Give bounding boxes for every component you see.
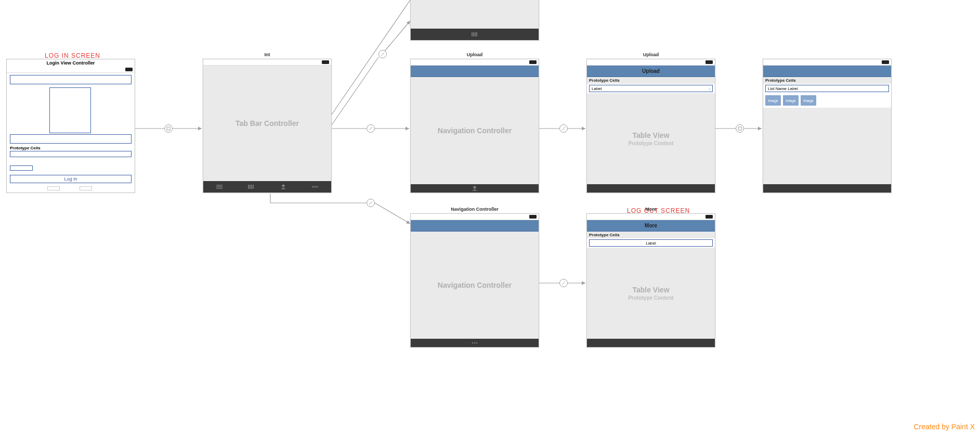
svg-point-1 bbox=[315, 186, 316, 187]
scene-title: Navigation Controller bbox=[411, 207, 539, 212]
body-sublabel: Prototype Content bbox=[628, 140, 673, 146]
image-chip: Image bbox=[783, 95, 799, 106]
scene-tabbar[interactable]: Int Tab Bar Controller bbox=[203, 59, 332, 193]
scene-login[interactable]: Login View Controller Prototype Cells Lo… bbox=[6, 59, 135, 193]
battery-icon bbox=[529, 215, 537, 219]
login-image-placeholder bbox=[10, 75, 132, 84]
image-chip-row: Image Image Image bbox=[763, 93, 891, 108]
login-button[interactable]: Log In bbox=[10, 175, 132, 183]
tab-mylist[interactable] bbox=[215, 183, 224, 190]
segue-badge[interactable] bbox=[367, 199, 375, 207]
battery-icon bbox=[705, 60, 713, 64]
segue-badge[interactable] bbox=[367, 124, 375, 133]
svg-line-12 bbox=[375, 203, 410, 224]
login-prototype-cell bbox=[10, 151, 132, 157]
segue-badge[interactable] bbox=[378, 50, 387, 58]
scene-nav-more[interactable]: Navigation Controller Navigation Control… bbox=[410, 213, 539, 348]
prototype-cells-label: Prototype Cells bbox=[587, 77, 715, 84]
svg-point-5 bbox=[476, 342, 477, 343]
login-footer-box-1 bbox=[47, 186, 60, 190]
scene-title: Login View Controller bbox=[7, 59, 135, 67]
tab-more[interactable] bbox=[310, 183, 320, 190]
more-icon bbox=[471, 341, 478, 344]
battery-icon bbox=[529, 60, 537, 64]
body-label: Navigation Controller bbox=[438, 281, 512, 289]
tab-bar bbox=[411, 29, 539, 40]
prototype-cell[interactable]: Label bbox=[589, 239, 713, 247]
segue-badge[interactable] bbox=[559, 279, 568, 287]
svg-rect-7 bbox=[738, 127, 741, 130]
navigation-bar bbox=[411, 66, 539, 77]
nav-title: More bbox=[645, 223, 657, 228]
svg-point-3 bbox=[472, 342, 473, 343]
scene-title: Upload bbox=[587, 52, 715, 57]
scene-title: Upload bbox=[411, 52, 539, 57]
nav-title: Upload bbox=[642, 68, 660, 74]
tab-scanner-icon[interactable] bbox=[470, 31, 479, 38]
svg-rect-6 bbox=[167, 127, 170, 130]
watermark: Created by Paint X bbox=[913, 423, 975, 431]
toolbar bbox=[411, 184, 539, 193]
tab-bar bbox=[203, 181, 331, 193]
battery-icon bbox=[882, 60, 889, 64]
segue-badge[interactable] bbox=[559, 124, 568, 133]
navigation-bar: More bbox=[587, 220, 715, 232]
toolbar bbox=[587, 339, 715, 347]
navigation-bar bbox=[763, 66, 891, 77]
cell-label: List Name Label bbox=[768, 86, 798, 91]
scene-tableview-upload[interactable]: Upload Upload Prototype Cells Label › Ta… bbox=[586, 59, 715, 193]
cell-label: Label bbox=[646, 241, 656, 246]
toolbar bbox=[411, 339, 539, 347]
navigation-bar bbox=[411, 220, 539, 232]
prototype-cell[interactable]: List Name Label bbox=[765, 85, 889, 92]
disclosure-icon: › bbox=[709, 86, 710, 92]
scene-tableview-more[interactable]: More More Prototype Cells Label Table Vi… bbox=[586, 213, 715, 348]
login-logo-placeholder bbox=[49, 87, 91, 133]
scene-scanner-partial[interactable] bbox=[410, 0, 539, 41]
prototype-cells-label: Prototype Cells bbox=[587, 232, 715, 238]
scene-nav-upload[interactable]: Upload Navigation Controller bbox=[410, 59, 539, 193]
battery-icon bbox=[705, 215, 713, 219]
svg-point-2 bbox=[317, 186, 318, 187]
login-button-label: Log In bbox=[64, 176, 77, 182]
svg-point-4 bbox=[474, 342, 475, 343]
body-sublabel: Prototype Content bbox=[628, 295, 673, 301]
prototype-cell[interactable]: Label › bbox=[589, 85, 713, 92]
tab-upload[interactable] bbox=[279, 183, 288, 190]
toolbar bbox=[587, 184, 715, 193]
tab-scanner[interactable] bbox=[246, 183, 256, 190]
segue-badge[interactable] bbox=[164, 124, 173, 133]
login-small-field[interactable] bbox=[10, 165, 33, 171]
annotation-login: LOG IN SCREEN bbox=[45, 52, 100, 59]
segue-badge[interactable] bbox=[736, 124, 744, 133]
scene-title: Int bbox=[203, 52, 331, 57]
body-label: Tab Bar Controller bbox=[236, 119, 299, 127]
image-chip: Image bbox=[801, 95, 816, 106]
battery-icon bbox=[322, 60, 329, 64]
battery-icon bbox=[125, 68, 133, 71]
svg-point-0 bbox=[312, 186, 313, 187]
body-label: Table View bbox=[632, 131, 669, 139]
storyboard-canvas[interactable]: LOG IN SCREEN LOG OUT SCREEN Login View … bbox=[0, 0, 980, 435]
toolbar bbox=[763, 184, 891, 193]
cell-label: Label bbox=[592, 86, 602, 91]
navigation-bar: Upload bbox=[587, 66, 715, 77]
scene-list[interactable]: Prototype Cells List Name Label Image Im… bbox=[763, 59, 892, 193]
prototype-cells-label: Prototype Cells bbox=[763, 77, 891, 84]
scene-title: More bbox=[587, 207, 715, 212]
body-label: Navigation Controller bbox=[438, 126, 512, 135]
prototype-cells-label: Prototype Cells bbox=[10, 146, 41, 150]
login-footer-box-2 bbox=[80, 186, 92, 190]
image-chip: Image bbox=[765, 95, 781, 106]
login-field-1[interactable] bbox=[10, 134, 132, 144]
body-label: Table View bbox=[632, 286, 669, 294]
share-icon bbox=[472, 185, 478, 191]
